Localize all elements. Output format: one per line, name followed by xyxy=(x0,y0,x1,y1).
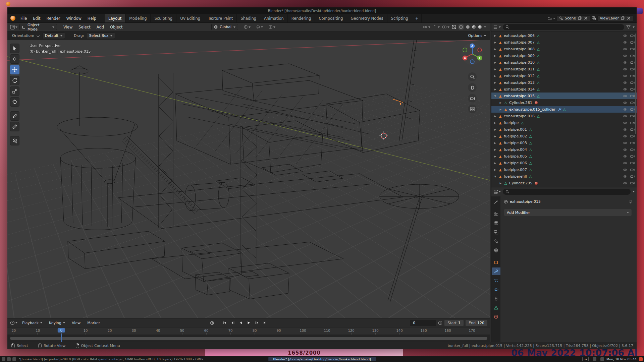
timeline-menu-view[interactable]: View xyxy=(68,321,84,325)
collapse-arrow-icon[interactable]: ▼ xyxy=(493,175,498,178)
properties-tab-output[interactable] xyxy=(492,219,500,227)
taskbar-clock[interactable]: Mon, 18 Nov 05:44 xyxy=(606,357,637,361)
options-button[interactable]: Options xyxy=(468,34,486,38)
properties-tab-render[interactable] xyxy=(492,210,500,218)
viewlayer-selector[interactable]: ViewLayer xyxy=(597,15,633,21)
add-modifier-button[interactable]: Add Modifier xyxy=(504,209,632,216)
drag-mode-dropdown[interactable]: Select Box xyxy=(86,33,115,39)
eye-icon[interactable] xyxy=(623,47,627,51)
outliner-scrollbar[interactable] xyxy=(635,34,636,134)
outliner-filter-chevron-icon[interactable] xyxy=(633,26,635,29)
camera-visibility-icon[interactable] xyxy=(630,155,635,158)
properties-tab-world[interactable] xyxy=(492,246,500,254)
camera-visibility-icon[interactable] xyxy=(630,34,635,38)
eye-icon[interactable] xyxy=(623,108,627,111)
viewport-menu-select[interactable]: Select xyxy=(75,25,93,29)
outliner-row[interactable]: ▶▲exhaustpipe.013△ xyxy=(491,79,637,86)
properties-search-input[interactable] xyxy=(503,189,631,195)
current-frame-marker[interactable]: 0 xyxy=(58,328,65,333)
shading-material-toggle[interactable] xyxy=(472,25,476,29)
camera-visibility-icon[interactable] xyxy=(630,41,635,44)
camera-visibility-icon[interactable] xyxy=(630,161,635,165)
properties-tab-modifiers[interactable] xyxy=(492,267,500,275)
outliner-row[interactable]: ▶▲exhaustpipe.010△ xyxy=(491,59,637,66)
gizmo-neg-y-axis[interactable] xyxy=(463,48,467,52)
network-icon[interactable] xyxy=(593,357,596,361)
pivot-point-dropdown[interactable] xyxy=(244,25,251,29)
cursor-tool[interactable] xyxy=(10,54,19,64)
viewport-menu-add[interactable]: Add xyxy=(94,25,107,29)
rotate-tool[interactable] xyxy=(10,76,19,85)
properties-tab-object[interactable] xyxy=(492,258,500,266)
camera-visibility-icon[interactable] xyxy=(630,134,635,138)
menu-help[interactable]: Help xyxy=(85,14,99,22)
scene-copy-icon[interactable] xyxy=(578,16,582,20)
record-keyframe-button[interactable] xyxy=(209,320,216,326)
expand-arrow-icon[interactable]: ▶ xyxy=(493,88,498,91)
timeline-menu-keying[interactable]: Keying xyxy=(46,321,68,325)
eye-icon[interactable] xyxy=(623,181,627,185)
move-tool[interactable] xyxy=(10,65,19,74)
taskbar-terminal-icon[interactable] xyxy=(12,357,16,361)
keyboard-layout-indicator[interactable]: us xyxy=(582,357,589,361)
eye-icon[interactable] xyxy=(623,175,627,178)
shading-rendered-toggle[interactable] xyxy=(478,25,482,29)
playhead-line[interactable] xyxy=(61,334,62,342)
expand-arrow-icon[interactable]: ▶ xyxy=(493,41,498,44)
outliner-row[interactable]: ▶▲exhaustpipe.011△ xyxy=(491,66,637,72)
taskbar-launcher-icon[interactable] xyxy=(2,357,5,361)
gizmos-dropdown[interactable] xyxy=(433,25,440,29)
navigation-gizmo[interactable]: Z Y X xyxy=(461,42,484,66)
outliner-row[interactable]: ▶▲fuelpipe.001△ xyxy=(491,126,637,133)
properties-tab-scene[interactable] xyxy=(492,237,500,245)
blender-logo-menu[interactable] xyxy=(10,16,15,21)
workspace-tab-uv-editing[interactable]: UV Editing xyxy=(176,14,204,22)
properties-options-chevron-icon[interactable] xyxy=(633,191,635,193)
proportional-editing-dropdown[interactable] xyxy=(268,25,275,29)
outliner-row[interactable]: ▶▲fuelpipe.006△ xyxy=(491,160,637,166)
viewlayer-remove-icon[interactable] xyxy=(627,16,631,20)
menu-window[interactable]: Window xyxy=(63,14,84,22)
workspace-tab-shading[interactable]: Shading xyxy=(237,14,260,22)
workspace-tab-compositing[interactable]: Compositing xyxy=(315,14,347,22)
properties-tab-material[interactable] xyxy=(492,313,500,320)
end-frame-field[interactable]: End 120 xyxy=(466,320,487,326)
camera-visibility-icon[interactable] xyxy=(630,181,635,185)
outliner-row[interactable]: ▼▲exhaustpipe.015△ xyxy=(491,93,637,99)
mode-dropdown[interactable]: Object Mode xyxy=(19,24,57,30)
properties-tab-data[interactable] xyxy=(492,304,500,311)
outliner-row[interactable]: ▶▲exhaustpipe.012△ xyxy=(491,72,637,79)
outliner-row[interactable]: ▶△Cylinder.261 xyxy=(491,99,637,106)
expand-arrow-icon[interactable]: ▶ xyxy=(498,108,503,111)
camera-view-button[interactable] xyxy=(468,94,477,103)
scene-selector[interactable]: Scene xyxy=(556,15,591,21)
expand-arrow-icon[interactable]: ▶ xyxy=(493,61,498,64)
expand-arrow-icon[interactable]: ▶ xyxy=(493,48,498,51)
filter-funnel-icon[interactable] xyxy=(626,25,631,29)
annotate-tool[interactable] xyxy=(10,111,19,121)
expand-arrow-icon[interactable]: ▶ xyxy=(498,182,503,185)
viewlayer-copy-icon[interactable] xyxy=(621,16,625,20)
add-cube-tool[interactable] xyxy=(10,136,19,145)
overlays-dropdown[interactable] xyxy=(442,25,449,29)
workspace-tab-animation[interactable]: Animation xyxy=(260,14,288,22)
eye-icon[interactable] xyxy=(623,168,627,172)
outliner-row[interactable]: ▶▲fuelpipe△ xyxy=(491,119,637,126)
timeline-editor-type-selector[interactable] xyxy=(10,320,17,325)
eye-icon[interactable] xyxy=(623,121,627,125)
outliner-row[interactable]: ▶▲fuelpipe.004△ xyxy=(491,146,637,153)
jump-to-end-button[interactable] xyxy=(261,320,268,326)
outliner-row[interactable]: ▶▲fuelpipe.007△ xyxy=(491,166,637,173)
eye-icon[interactable] xyxy=(623,61,627,64)
eye-icon[interactable] xyxy=(623,81,627,84)
timeline-ruler[interactable]: -20-101020304050607080901001101201301401… xyxy=(7,327,490,335)
camera-visibility-icon[interactable] xyxy=(630,61,635,64)
shading-chevron-icon[interactable] xyxy=(484,26,486,29)
camera-visibility-icon[interactable] xyxy=(630,148,635,152)
properties-editor-type-selector[interactable] xyxy=(493,189,501,194)
camera-visibility-icon[interactable] xyxy=(630,94,635,98)
expand-arrow-icon[interactable]: ▶ xyxy=(493,141,498,144)
play-reverse-button[interactable] xyxy=(237,320,244,326)
outliner-row[interactable]: ▼▲fuelpiperefill△ xyxy=(491,173,637,180)
expand-arrow-icon[interactable]: ▶ xyxy=(493,135,498,138)
